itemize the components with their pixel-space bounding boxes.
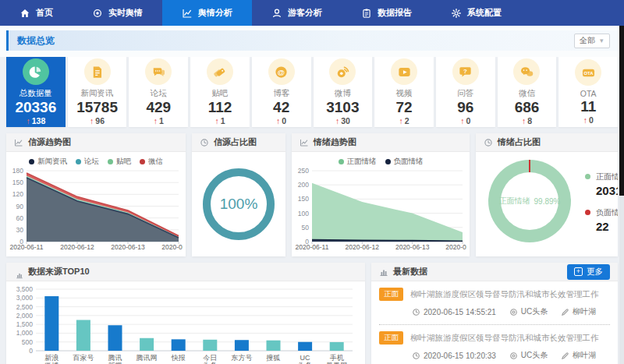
svg-text:50: 50 bbox=[302, 224, 310, 231]
stat-change: ↑0 bbox=[276, 116, 286, 125]
svg-text:90: 90 bbox=[16, 203, 24, 210]
charts-row: 信源趋势图 新闻资讯 论坛 贴吧 微信 03060901201501802020… bbox=[6, 133, 618, 256]
nav-item-home[interactable]: 首页 bbox=[0, 0, 73, 26]
svg-text:百家号: 百家号 bbox=[72, 354, 94, 362]
source-ratio-donut: 100% bbox=[203, 168, 275, 240]
panel-title: 信源占比图 bbox=[214, 136, 257, 148]
stat-label: 视频 bbox=[396, 88, 413, 99]
svg-text:0: 0 bbox=[29, 347, 33, 355]
stat-value: 112 bbox=[208, 99, 232, 116]
svg-text:2020-06-12: 2020-06-12 bbox=[60, 243, 94, 251]
stat-label: OTA bbox=[580, 89, 597, 98]
sentiment-ratio-panel: 情绪占比图 正面情绪 99.89% 正面情绪 20314 bbox=[476, 133, 618, 256]
svg-text:1,500: 1,500 bbox=[16, 320, 34, 328]
svg-text:2020-06-11: 2020-06-11 bbox=[296, 243, 329, 251]
scrollbar-track[interactable] bbox=[619, 26, 624, 364]
legend-item[interactable]: 贴吧 bbox=[108, 157, 131, 167]
stat-change-value: 2 bbox=[405, 116, 410, 125]
negative-label: 负面情绪 bbox=[596, 207, 618, 218]
legend-item[interactable]: 负面情绪 bbox=[385, 157, 424, 167]
nav-item-report[interactable]: 数据报告 bbox=[342, 0, 431, 26]
nav-item-config[interactable]: 系统配置 bbox=[431, 0, 521, 26]
svg-text:200: 200 bbox=[298, 181, 309, 189]
chart-icon bbox=[182, 8, 193, 19]
filter-dropdown[interactable]: 全部 ▾ bbox=[574, 34, 610, 48]
bar-chart-icon bbox=[14, 267, 23, 277]
legend-dot-icon bbox=[76, 159, 81, 164]
source-ratio-body: 100% bbox=[192, 152, 285, 256]
forum-icon bbox=[145, 58, 172, 85]
svg-text:60: 60 bbox=[16, 214, 24, 222]
stat-card[interactable]: 贴吧 112 ↑1 bbox=[190, 57, 250, 127]
more-button[interactable]: + 更多 bbox=[567, 264, 610, 280]
stat-card[interactable]: ? 问答 96 ↑0 bbox=[436, 57, 495, 127]
stat-card[interactable]: 新闻资讯 15785 ↑96 bbox=[68, 57, 127, 127]
video-icon bbox=[391, 58, 417, 85]
up-arrow-icon: ↑ bbox=[154, 116, 158, 125]
gear-icon bbox=[451, 8, 462, 19]
svg-text:2,500: 2,500 bbox=[16, 303, 34, 311]
news-item[interactable]: 正面 柳叶湖旅游度假区领导督导防汛和城市长效管理工作 2020-06-15 14… bbox=[379, 281, 610, 325]
blog-icon: @ bbox=[268, 58, 295, 85]
up-arrow-icon: ↑ bbox=[214, 116, 218, 125]
stat-change-value: 30 bbox=[341, 116, 350, 125]
news-item[interactable]: 正面 柳叶湖旅游度假区领导督导防汛和城市长效管理工作 2020-06-15 10… bbox=[379, 325, 610, 364]
legend-item[interactable]: 新闻资讯 bbox=[29, 157, 67, 167]
stat-label: 微信 bbox=[519, 88, 535, 99]
stat-value: 96 bbox=[457, 99, 473, 116]
nav-label: 系统配置 bbox=[467, 7, 502, 19]
list-chart-icon bbox=[379, 267, 388, 277]
stat-change-value: 0 bbox=[589, 115, 594, 125]
svg-text:250: 250 bbox=[298, 167, 309, 175]
svg-text:新浪: 新浪 bbox=[44, 354, 58, 362]
news-time: 2020-06-15 14:55:21 bbox=[412, 306, 496, 317]
stat-card[interactable]: 微信 686 ↑8 bbox=[498, 57, 557, 127]
positive-entry[interactable]: 正面情绪 20314 bbox=[585, 171, 618, 197]
news-title: 柳叶湖旅游度假区领导督导防汛和城市长效管理工作 bbox=[410, 333, 610, 344]
nav-item-realtime[interactable]: 实时舆情 bbox=[73, 0, 162, 26]
eye-icon bbox=[92, 8, 103, 19]
sentiment-ratio-body: 正面情绪 99.89% 正面情绪 20314 负面情绪 bbox=[476, 152, 618, 242]
svg-text:3,000: 3,000 bbox=[16, 294, 34, 302]
legend-label: 新闻资讯 bbox=[37, 157, 67, 167]
up-arrow-icon: ↑ bbox=[522, 116, 526, 125]
svg-text:搜狐: 搜狐 bbox=[266, 354, 281, 362]
stat-change: ↑2 bbox=[399, 116, 410, 125]
stat-change: ↑138 bbox=[26, 116, 45, 125]
stat-label: 微博 bbox=[335, 88, 351, 99]
stat-change-value: 8 bbox=[527, 116, 532, 125]
stat-card[interactable]: 论坛 429 ↑1 bbox=[129, 57, 188, 127]
sentiment-center-value: 99.89% bbox=[534, 197, 561, 206]
filter-value: 全部 bbox=[580, 35, 595, 46]
source-icon bbox=[509, 308, 518, 316]
stat-card[interactable]: @ 博客 42 ↑0 bbox=[252, 57, 311, 127]
source-icon bbox=[509, 352, 518, 360]
sentiment-ratio-header: 情绪占比图 bbox=[476, 133, 618, 152]
latest-panel: 最新数据 + 更多 正面 柳叶湖旅游度假区领导督导防汛和城市长效管理工作 202… bbox=[371, 263, 618, 364]
nav-item-analysis[interactable]: 舆情分析 bbox=[162, 0, 252, 26]
stat-card[interactable]: OTA OTA 11 ↑0 bbox=[558, 57, 618, 127]
nav-item-visitor[interactable]: 游客分析 bbox=[252, 0, 342, 26]
stat-card[interactable]: 总数据量 20336 ↑138 bbox=[6, 57, 66, 127]
sentiment-trend-panel: 情绪趋势图 正面情绪 负面情绪 0501001502002502020-06-1… bbox=[292, 133, 470, 256]
svg-text:2020-06-14: 2020-06-14 bbox=[445, 243, 466, 251]
negative-value: 22 bbox=[596, 220, 618, 233]
negative-entry[interactable]: 负面情绪 22 bbox=[585, 207, 618, 233]
sentiment-ratio-center: 正面情绪 99.89% bbox=[501, 172, 558, 230]
stat-card[interactable]: 微博 3103 ↑30 bbox=[314, 57, 373, 127]
svg-text:150: 150 bbox=[298, 195, 309, 203]
scrollbar-thumb[interactable] bbox=[619, 26, 624, 196]
stat-value: 429 bbox=[146, 99, 171, 116]
legend-dot-icon bbox=[29, 159, 34, 164]
svg-text:?: ? bbox=[463, 67, 467, 74]
legend-dot-icon bbox=[140, 159, 145, 164]
stat-value: 42 bbox=[273, 99, 289, 116]
svg-text:180: 180 bbox=[12, 167, 23, 175]
legend-item[interactable]: 微信 bbox=[140, 157, 163, 167]
svg-text:2020-06-13: 2020-06-13 bbox=[111, 243, 145, 251]
stat-card[interactable]: 视频 72 ↑2 bbox=[374, 57, 434, 127]
legend-label: 正面情绪 bbox=[347, 157, 377, 167]
legend-item[interactable]: 正面情绪 bbox=[339, 157, 377, 167]
stat-value: 15785 bbox=[76, 99, 118, 116]
legend-item[interactable]: 论坛 bbox=[76, 157, 99, 167]
